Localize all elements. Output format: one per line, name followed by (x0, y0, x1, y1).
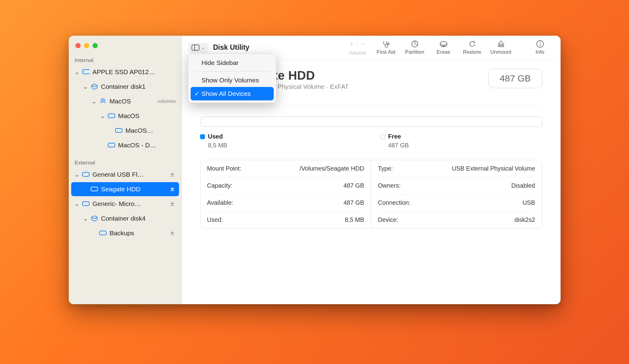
container-icon (91, 83, 98, 90)
sidebar-item-container-disk1[interactable]: ⌄ Container disk1 (71, 80, 179, 94)
stethoscope-icon (382, 40, 390, 48)
toolbar-label: Unmount (490, 49, 511, 55)
disk-icon (82, 201, 90, 206)
free-value: 487 GB (380, 142, 542, 149)
info-value: /Volumes/Seagate HDD (300, 165, 364, 172)
disk-icon (115, 128, 123, 133)
info-value: 8,5 MB (345, 216, 364, 223)
info-value: USB (522, 199, 535, 206)
svg-rect-0 (82, 70, 90, 74)
sidebar-item-label: MacOS (110, 98, 153, 105)
info-table: Mount Point:/Volumes/Seagate HDD Capacit… (200, 160, 542, 229)
sidebar-item-macos-snapshot[interactable]: MacOS… (71, 124, 179, 138)
sidebar-item-label: Generic- Micro… (93, 200, 167, 207)
svg-point-12 (440, 41, 447, 45)
info-row: Owners:Disabled (378, 177, 535, 194)
svg-rect-6 (91, 187, 98, 191)
fullscreen-button[interactable] (93, 43, 98, 48)
menu-item-hide-sidebar[interactable]: Hide Sidebar (191, 56, 274, 70)
sidebar-item-general-usb[interactable]: ⌄ General USB Fl… (71, 168, 179, 182)
window-title: Disk Utility (213, 43, 250, 52)
info-key: Connection: (378, 199, 411, 206)
chevron-down-icon: ⌄ (91, 98, 96, 105)
erase-icon (439, 40, 448, 48)
info-row: Mount Point:/Volumes/Seagate HDD (207, 160, 364, 177)
sidebar-item-apple-ssd[interactable]: ⌄ APPLE SSD AP012… (71, 65, 179, 79)
window-controls (69, 41, 181, 56)
disk-icon (82, 69, 90, 75)
chevron-down-icon: ⌄ (201, 45, 205, 50)
toolbar-label: Erase (437, 49, 450, 55)
info-value: disk2s2 (514, 216, 535, 223)
free-label: Free (388, 133, 401, 140)
toolbar-erase[interactable]: Erase (430, 40, 457, 55)
minimize-button[interactable] (84, 43, 89, 48)
info-key: Mount Point: (207, 165, 241, 172)
info-key: Type: (378, 165, 393, 172)
toolbar-restore[interactable]: Restore (459, 40, 486, 55)
chevron-down-icon: ⌄ (74, 200, 79, 207)
info-col-right: Type:USB External Physical Volume Owners… (371, 160, 542, 228)
menu-item-show-all-devices[interactable]: Show All Devices (191, 87, 274, 100)
sidebar-section-external: External (69, 158, 181, 167)
disk-icon (82, 172, 90, 177)
sidebar-item-label: Container disk4 (101, 215, 176, 222)
sidebar-item-backups[interactable]: Backups (71, 226, 179, 240)
used-swatch (200, 134, 205, 139)
eject-icon (498, 40, 504, 48)
info-row: Device:disk2s2 (378, 211, 535, 228)
toolbar-partition[interactable]: Partition (401, 40, 429, 55)
toolbar-info[interactable]: Info (526, 40, 554, 55)
sidebar-item-macos-volumes[interactable]: ⌄ MacOS volumes (71, 94, 179, 108)
close-button[interactable] (75, 43, 81, 48)
sidebar-item-macos[interactable]: ⌄ MacOS (71, 109, 179, 123)
toolbar-first-aid[interactable]: First Aid (372, 40, 400, 55)
info-value: Disabled (511, 182, 535, 189)
plus-icon[interactable]: ＋ (348, 39, 355, 49)
chevron-down-icon: ⌄ (74, 171, 79, 178)
eject-icon[interactable] (170, 172, 176, 177)
svg-rect-5 (82, 172, 89, 176)
info-key: Available: (207, 199, 233, 206)
info-col-left: Mount Point:/Volumes/Seagate HDD Capacit… (200, 160, 371, 228)
toolbar-label: Volume (349, 50, 366, 56)
sidebar-view-button[interactable]: ⌄ (188, 43, 208, 52)
toolbar-left: ⌄ Disk Utility (188, 43, 250, 52)
eject-icon[interactable] (170, 201, 176, 206)
eject-icon[interactable] (170, 187, 176, 192)
svg-rect-4 (108, 143, 115, 147)
disk-icon (91, 187, 98, 192)
usage-bar (200, 117, 542, 127)
info-key: Used: (207, 216, 223, 223)
info-key: Owners: (378, 182, 400, 189)
sidebar: Internal ⌄ APPLE SSD AP012… ⌄ Container … (69, 36, 182, 304)
container-icon (91, 215, 98, 222)
sidebar-item-generic-micro[interactable]: ⌄ Generic- Micro… (71, 197, 179, 211)
chevron-down-icon: ⌄ (74, 68, 79, 76)
disk-icon (108, 114, 115, 118)
info-value: 487 GB (343, 199, 364, 206)
sidebar-item-seagate-hdd[interactable]: Seagate HDD (71, 182, 179, 196)
toolbar-label: Restore (463, 49, 481, 55)
info-key: Capacity: (207, 182, 232, 189)
minus-icon[interactable]: － (359, 39, 367, 49)
pie-icon (411, 40, 419, 48)
info-value: USB External Physical Volume (452, 165, 535, 172)
sidebar-item-macos-data[interactable]: MacOS - D… (71, 138, 179, 152)
toolbar-unmount[interactable]: Unmount (487, 40, 515, 55)
sidebar-item-label: General USB Fl… (93, 171, 167, 178)
toolbar-label: First Aid (377, 49, 395, 55)
menu-item-show-only-volumes[interactable]: Show Only Volumes (191, 74, 274, 87)
free-swatch (380, 134, 385, 139)
info-row: Used:8,5 MB (207, 211, 364, 228)
eject-icon[interactable] (170, 231, 176, 236)
used-label: Used (208, 133, 223, 140)
sidebar-item-label: APPLE SSD AP012… (93, 68, 176, 76)
sidebar-item-label: MacOS (118, 112, 176, 120)
sidebar-item-container-disk4[interactable]: ⌄ Container disk4 (71, 211, 179, 225)
chevron-down-icon: ⌄ (83, 215, 88, 222)
info-key: Device: (378, 216, 398, 223)
disk-icon (99, 231, 107, 236)
capacity-pill: 487 GB (488, 69, 542, 88)
toolbar-label: Info (536, 49, 544, 55)
